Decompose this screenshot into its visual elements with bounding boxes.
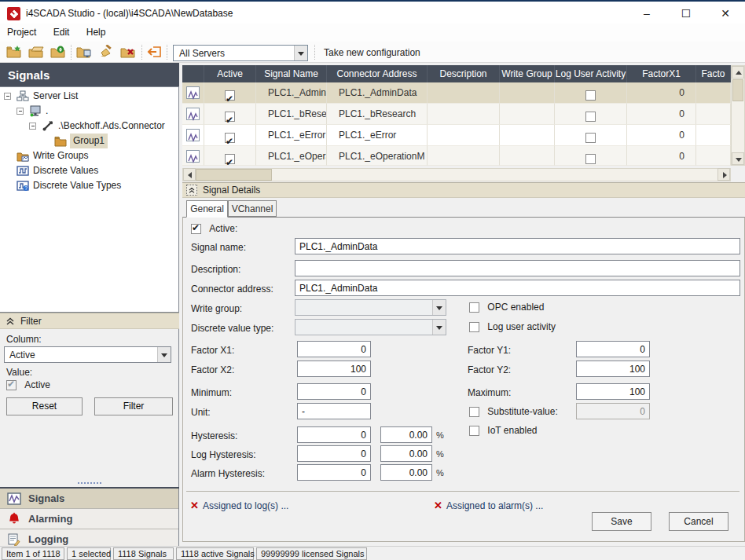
log-hysteresis-input[interactable] — [297, 445, 371, 462]
tree-item-server-list[interactable]: Server List — [0, 89, 178, 104]
minimum-input[interactable] — [297, 383, 371, 400]
row-log-user-activity-checkbox[interactable] — [585, 133, 596, 143]
chevron-down-icon[interactable] — [432, 300, 446, 315]
delete-project-button[interactable] — [119, 44, 137, 60]
grid-header-active[interactable]: Active — [204, 65, 256, 82]
scroll-down-button[interactable] — [732, 152, 744, 165]
collapse-chevron-icon[interactable] — [186, 185, 197, 196]
table-row[interactable]: PLC1._eOperatio PLC1._eOperationM 0 — [182, 146, 745, 166]
row-active-checkbox[interactable] — [225, 154, 235, 164]
grid-header-write-group[interactable]: Write Group — [500, 65, 555, 82]
chevron-down-icon[interactable] — [294, 46, 307, 60]
factor-x1-input[interactable] — [297, 341, 371, 357]
factor-y2-input[interactable] — [576, 361, 650, 377]
collapse-expander-icon[interactable] — [29, 123, 36, 130]
iot-enabled-row[interactable]: IoT enabled — [469, 425, 538, 436]
alarm-hysteresis-pct-input[interactable] — [380, 464, 432, 481]
log-user-activity-row[interactable]: Log user activity — [469, 321, 556, 332]
row-log-user-activity-checkbox[interactable] — [585, 112, 596, 122]
factor-x2-input[interactable] — [297, 361, 371, 377]
grid-header-log-user-activity[interactable]: Log User Activity — [555, 65, 627, 82]
alarm-hysteresis-input[interactable] — [297, 464, 371, 481]
log-hysteresis-pct-input[interactable] — [380, 445, 432, 462]
grid-header-factox2-truncated[interactable]: Facto — [696, 65, 731, 82]
scroll-left-button[interactable] — [183, 168, 196, 181]
minimize-button[interactable]: – — [633, 5, 660, 22]
grid-horizontal-scrollbar[interactable] — [182, 168, 731, 181]
scroll-right-button[interactable] — [717, 168, 730, 181]
grid-header-icon[interactable] — [182, 65, 204, 82]
server-select[interactable]: All Servers — [173, 45, 308, 61]
scroll-up-button[interactable] — [732, 66, 744, 79]
cancel-button[interactable]: Cancel — [669, 512, 728, 531]
chevron-down-icon[interactable] — [157, 347, 171, 362]
opc-enabled-row[interactable]: OPC enabled — [469, 302, 544, 313]
filter-button[interactable]: Filter — [94, 397, 173, 415]
write-group-select[interactable] — [295, 299, 446, 316]
grid-header-description[interactable]: Description — [428, 65, 500, 82]
refresh-project-button[interactable] — [50, 44, 67, 60]
tree-item-discrete-value-types[interactable]: ? Discrete Value Types — [0, 178, 178, 193]
filter-active-checkbox-row[interactable]: Active — [6, 379, 50, 390]
substitute-value-checkbox[interactable] — [469, 407, 479, 417]
nav-item-signals[interactable]: Signals — [0, 489, 178, 509]
active-checkbox[interactable] — [191, 224, 201, 234]
take-new-configuration-button[interactable]: Take new configuration — [324, 47, 420, 58]
maximum-input[interactable] — [576, 383, 650, 400]
discrete-value-type-select[interactable] — [295, 319, 446, 335]
grid-vertical-scrollbar[interactable] — [731, 65, 745, 166]
grid-header-factorx1[interactable]: FactorX1 — [627, 65, 696, 82]
table-row[interactable]: PLC1._bResearc PLC1._bResearch 0 — [182, 104, 745, 125]
chevron-down-icon[interactable] — [432, 320, 446, 335]
deploy-button[interactable] — [75, 44, 93, 60]
maximize-button[interactable]: ☐ — [673, 5, 699, 22]
description-input[interactable] — [295, 260, 740, 276]
row-active-checkbox[interactable] — [225, 90, 235, 101]
row-log-user-activity-checkbox[interactable] — [585, 90, 596, 101]
tab-vchannel[interactable]: VChannel — [228, 200, 277, 217]
filter-header[interactable]: Filter — [0, 313, 179, 329]
menu-help[interactable]: Help — [79, 24, 113, 42]
substitute-value-row[interactable]: Substitute-value: — [469, 406, 558, 417]
tree-item-group1[interactable]: Group1 — [0, 134, 178, 148]
menu-edit[interactable]: Edit — [46, 24, 77, 42]
collapse-chevron-icon[interactable] — [5, 316, 16, 327]
collapse-expander-icon[interactable] — [4, 93, 11, 100]
scrollbar-thumb[interactable] — [196, 169, 272, 181]
hysteresis-pct-input[interactable] — [380, 426, 432, 443]
assigned-to-alarms-link[interactable]: Assigned to alarm(s) ... — [446, 500, 543, 511]
grid-header-signal-name[interactable]: Signal Name — [256, 65, 327, 82]
hysteresis-input[interactable] — [297, 426, 371, 443]
tree-item-server[interactable]: . — [0, 104, 178, 119]
menu-project[interactable]: Project — [0, 24, 43, 42]
table-row[interactable]: PLC1._eError PLC1._eError 0 — [182, 125, 745, 146]
splitter-handle[interactable] — [0, 482, 179, 486]
factor-y1-input[interactable] — [576, 341, 650, 357]
row-log-user-activity-checkbox[interactable] — [585, 154, 596, 164]
iot-enabled-checkbox[interactable] — [469, 426, 479, 436]
substitute-value-input[interactable] — [576, 403, 650, 419]
row-active-checkbox[interactable] — [225, 133, 235, 143]
active-checkbox-row[interactable]: Active: — [191, 223, 237, 234]
tab-general[interactable]: General — [186, 200, 228, 218]
log-user-activity-checkbox[interactable] — [469, 322, 479, 332]
open-project-button[interactable] — [28, 44, 45, 60]
signal-details-header[interactable]: Signal Details — [182, 182, 745, 198]
clean-button[interactable] — [97, 44, 115, 60]
close-button[interactable]: ✕ — [712, 5, 739, 22]
reset-button[interactable]: Reset — [6, 397, 83, 415]
tree-item-write-groups[interactable]: Write Groups — [0, 148, 178, 163]
nav-item-alarming[interactable]: Alarming — [0, 509, 178, 529]
grid-header-connector-address[interactable]: Connector Address — [327, 65, 428, 82]
collapse-expander-icon[interactable] — [17, 108, 24, 115]
exit-button[interactable] — [146, 44, 163, 60]
table-row[interactable]: PLC1._AdminDat PLC1._AdminData 0 — [182, 82, 745, 104]
tree-item-discrete-values[interactable]: Discrete Values — [0, 163, 178, 178]
opc-enabled-checkbox[interactable] — [469, 302, 479, 313]
signal-name-input[interactable] — [295, 238, 740, 254]
assigned-to-logs-link[interactable]: Assigned to log(s) ... — [203, 500, 288, 511]
scrollbar-thumb[interactable] — [732, 79, 743, 101]
save-button[interactable]: Save — [592, 512, 651, 531]
tree-item-connector[interactable]: .\Beckhoff.Ads.Connector — [0, 119, 178, 134]
unit-input[interactable] — [297, 403, 371, 419]
